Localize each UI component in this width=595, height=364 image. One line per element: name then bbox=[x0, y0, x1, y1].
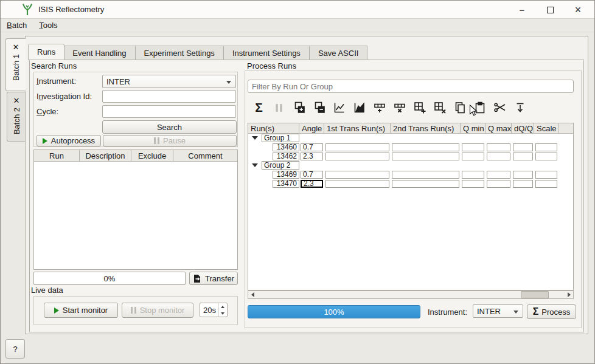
qmin-cell[interactable] bbox=[462, 180, 484, 188]
process-runs-table[interactable]: Run(s)Angle1st Trans Run(s)2nd Trans Run… bbox=[248, 123, 574, 290]
instrument-combobox[interactable]: INTER bbox=[102, 75, 236, 88]
batch-tab-1[interactable]: ✕ Batch 1 bbox=[5, 38, 26, 91]
scale-cell[interactable] bbox=[535, 153, 557, 160]
autoprocess-button[interactable]: Autoprocess bbox=[37, 135, 101, 146]
help-button[interactable]: ? bbox=[5, 339, 25, 359]
trans1-cell[interactable] bbox=[325, 143, 389, 151]
search-column-exclude[interactable]: Exclude bbox=[131, 150, 173, 161]
investigation-id-input[interactable] bbox=[102, 90, 236, 103]
run-cell[interactable]: 13460 bbox=[273, 143, 299, 151]
dqq-cell[interactable] bbox=[513, 180, 533, 188]
menu-batch[interactable]: Batch bbox=[1, 19, 33, 31]
tab-experiment-settings[interactable]: Experiment Settings bbox=[136, 46, 224, 60]
scroll-right-icon[interactable] bbox=[565, 291, 573, 298]
collapse-all-groups-icon[interactable] bbox=[309, 100, 329, 115]
maximize-button[interactable] bbox=[536, 1, 564, 19]
close-button[interactable]: × bbox=[564, 1, 592, 19]
qmax-cell[interactable] bbox=[487, 180, 510, 188]
dqq-cell[interactable] bbox=[513, 143, 533, 151]
scrollbar-thumb[interactable] bbox=[521, 291, 549, 298]
group-row[interactable]: Group 1 bbox=[248, 134, 573, 143]
monitor-interval-spinbox[interactable]: 20s bbox=[200, 303, 228, 317]
qmax-cell[interactable] bbox=[487, 171, 510, 179]
close-batch-2-icon[interactable]: ✕ bbox=[13, 96, 20, 105]
delete-group-icon[interactable] bbox=[430, 100, 450, 115]
angle-cell[interactable]: 0.7 bbox=[301, 171, 323, 179]
run-row[interactable]: 134690.7 bbox=[248, 170, 573, 179]
collapse-group-icon[interactable] bbox=[252, 136, 258, 140]
qmin-cell[interactable] bbox=[462, 171, 484, 179]
search-column-comment[interactable]: Comment bbox=[173, 150, 237, 161]
search-button[interactable]: Search bbox=[102, 120, 237, 134]
angle-cell[interactable]: 2.3 bbox=[301, 180, 323, 188]
qmin-cell[interactable] bbox=[462, 143, 484, 151]
run-row[interactable]: 134600.7 bbox=[248, 143, 573, 152]
trans2-cell[interactable] bbox=[392, 143, 459, 151]
scale-cell[interactable] bbox=[535, 180, 557, 188]
process-column-angle[interactable]: Angle bbox=[299, 123, 324, 133]
filter-input[interactable] bbox=[248, 80, 574, 93]
run-cell[interactable]: 13462 bbox=[273, 153, 299, 160]
process-button[interactable]: Σ Process bbox=[527, 304, 576, 319]
search-results-table[interactable]: RunDescriptionExcludeComment bbox=[33, 149, 238, 270]
angle-cell[interactable]: 0.7 bbox=[301, 143, 323, 151]
trans2-cell[interactable] bbox=[392, 153, 459, 160]
search-column-run[interactable]: Run bbox=[34, 150, 80, 161]
stop-monitor-button[interactable]: Stop monitor bbox=[122, 303, 193, 318]
insert-group-icon[interactable] bbox=[409, 100, 430, 115]
group-name-cell[interactable]: Group 2 bbox=[262, 161, 299, 170]
process-icon[interactable]: Σ bbox=[249, 100, 269, 115]
tab-runs[interactable]: Runs bbox=[28, 44, 64, 60]
fill-down-icon[interactable] bbox=[510, 100, 530, 115]
run-cell[interactable]: 13469 bbox=[273, 171, 299, 179]
run-row[interactable]: 134702.3 bbox=[248, 179, 573, 188]
process-column-dq-q[interactable]: dQ/Q bbox=[512, 123, 534, 133]
spin-up-icon[interactable] bbox=[218, 303, 227, 310]
dqq-cell[interactable] bbox=[513, 171, 533, 179]
cycle-input[interactable] bbox=[102, 105, 236, 118]
tab-save-ascii[interactable]: Save ASCII bbox=[310, 46, 367, 60]
close-batch-1-icon[interactable]: ✕ bbox=[13, 43, 19, 52]
trans1-cell[interactable] bbox=[325, 153, 389, 160]
process-column-1st-trans-run-s-[interactable]: 1st Trans Run(s) bbox=[324, 123, 391, 133]
process-column-q-min[interactable]: Q min bbox=[461, 123, 485, 133]
group-name-cell[interactable]: Group 1 bbox=[262, 134, 299, 142]
qmin-cell[interactable] bbox=[462, 153, 484, 160]
start-monitor-button[interactable]: Start monitor bbox=[44, 303, 118, 318]
pause-icon[interactable] bbox=[269, 100, 289, 115]
menu-tools[interactable]: Tools bbox=[33, 19, 63, 31]
collapse-group-icon[interactable] bbox=[252, 163, 258, 167]
tab-instrument-settings[interactable]: Instrument Settings bbox=[224, 46, 310, 60]
horizontal-scrollbar[interactable] bbox=[248, 290, 574, 299]
transfer-button[interactable]: Transfer bbox=[189, 272, 238, 285]
process-instrument-combobox[interactable]: INTER bbox=[473, 304, 523, 318]
cut-icon[interactable] bbox=[490, 100, 510, 115]
scale-cell[interactable] bbox=[535, 143, 557, 151]
search-column-description[interactable]: Description bbox=[80, 150, 131, 161]
batch-tab-2[interactable]: ✕ Batch 2 bbox=[7, 92, 26, 142]
delete-row-icon[interactable] bbox=[389, 100, 409, 115]
run-cell[interactable]: 13470 bbox=[273, 180, 299, 188]
process-column-q-max[interactable]: Q max bbox=[485, 123, 512, 133]
process-column-run-s-[interactable]: Run(s) bbox=[248, 123, 299, 133]
pause-button[interactable]: Pause bbox=[103, 135, 237, 146]
angle-cell[interactable]: 2.3 bbox=[301, 153, 323, 160]
trans1-cell[interactable] bbox=[325, 171, 389, 179]
copy-icon[interactable] bbox=[450, 100, 470, 115]
tab-event-handling[interactable]: Event Handling bbox=[64, 46, 135, 60]
dqq-cell[interactable] bbox=[513, 153, 533, 160]
qmax-cell[interactable] bbox=[487, 143, 510, 151]
group-row[interactable]: Group 2 bbox=[248, 161, 573, 170]
plot-processed-icon[interactable] bbox=[349, 100, 369, 115]
insert-row-icon[interactable] bbox=[369, 100, 389, 115]
plot-unprocessed-icon[interactable] bbox=[329, 100, 349, 115]
run-row[interactable]: 134622.3 bbox=[248, 152, 573, 161]
expand-all-groups-icon[interactable] bbox=[289, 100, 309, 115]
process-column-2nd-trans-run-s-[interactable]: 2nd Trans Run(s) bbox=[391, 123, 461, 133]
spin-down-icon[interactable] bbox=[218, 310, 227, 317]
qmax-cell[interactable] bbox=[487, 153, 510, 160]
scroll-left-icon[interactable] bbox=[248, 291, 257, 298]
minimize-button[interactable]: − bbox=[508, 1, 536, 19]
trans1-cell[interactable] bbox=[325, 180, 389, 188]
scale-cell[interactable] bbox=[535, 171, 557, 179]
